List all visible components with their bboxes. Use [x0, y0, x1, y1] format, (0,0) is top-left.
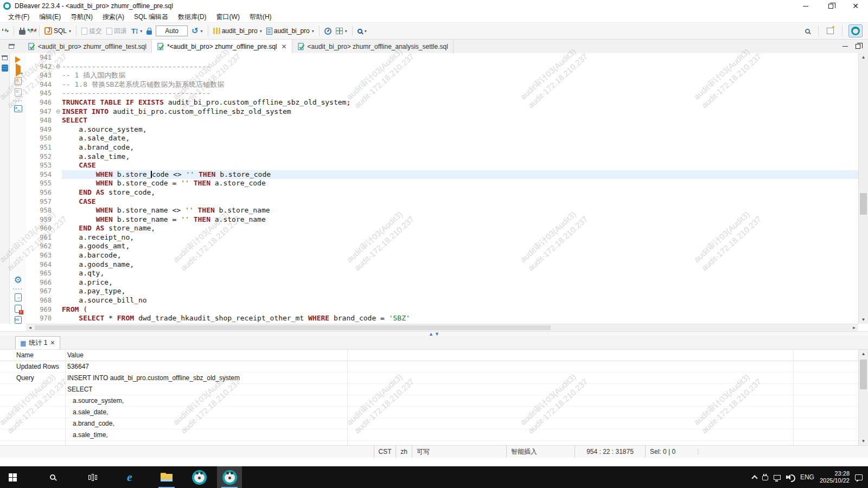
sql-editor-button[interactable]: SQL▾ [42, 25, 73, 36]
execute-new-tab-icon[interactable]: + [16, 66, 21, 74]
scroll-up-icon[interactable]: ▲ [859, 53, 868, 61]
code-text[interactable]: a.source_system, [62, 125, 858, 134]
taskbar-search-button[interactable] [40, 466, 65, 488]
code-text[interactable] [62, 53, 858, 62]
code-text[interactable]: a.receipt_no, [62, 233, 858, 242]
editor-tab[interactable]: *<audit_bi_pro> zhumr_offline_pre.sql✕ [152, 40, 292, 53]
open-view-button[interactable] [825, 26, 836, 36]
code-text[interactable]: a.qty, [62, 269, 858, 278]
internet-explorer-button[interactable]: e [117, 466, 142, 488]
code-line[interactable]: 944-- 1.8 替换SBZ老系统店铺数据为新系统店铺数据 [26, 80, 858, 89]
scrollbar-thumb[interactable] [860, 359, 867, 389]
code-line[interactable]: 948SELECT [26, 116, 858, 125]
tab-close-icon[interactable]: ✕ [282, 43, 287, 50]
menu-item[interactable]: 文件(F) [3, 11, 34, 23]
code-text[interactable]: WHEN b.store_code <> '' THEN b.store_cod… [62, 170, 858, 179]
code-text[interactable]: a.goods_name, [62, 260, 858, 269]
code-line[interactable]: 955 WHEN b.store_code = '' THEN a.store_… [26, 179, 858, 188]
panel-divider[interactable]: ▲ ▼ [0, 331, 868, 336]
file-explorer-button[interactable] [154, 466, 179, 488]
code-text[interactable]: -- 1.8 替换SBZ老系统店铺数据为新系统店铺数据 [62, 80, 858, 89]
menu-item[interactable]: 导航(N) [66, 11, 98, 23]
taskbar-clock[interactable]: 23:28 2025/10/22 [820, 470, 850, 484]
code-text[interactable]: a.brand_code, [62, 143, 858, 152]
status-grip[interactable]: ⋮ [692, 446, 705, 458]
scroll-up-icon[interactable]: ▲ [859, 350, 868, 358]
schema-selector[interactable]: audit_bi_pro▾ [264, 25, 316, 36]
export-data-icon[interactable] [15, 293, 22, 301]
code-line[interactable]: 951 a.brand_code, [26, 143, 858, 152]
close-button[interactable]: ✕ [843, 0, 868, 12]
scroll-down-icon[interactable]: ▼ [859, 316, 868, 324]
code-text[interactable]: a.pay_type, [62, 287, 858, 296]
dbeaver-taskbar-button[interactable] [187, 466, 212, 488]
insert-mode-indicator[interactable]: 智能插入 [506, 446, 575, 458]
stats-row[interactable]: SELECT [0, 384, 868, 395]
network-icon[interactable] [774, 475, 781, 480]
collapse-down-icon[interactable]: ▼ [435, 332, 439, 336]
settings-gear-icon[interactable]: ⚙ [14, 275, 22, 285]
minimize-button[interactable] [793, 0, 818, 12]
transaction-filter-button[interactable]: T⁞▾ [129, 26, 144, 36]
task-view-button[interactable] [80, 466, 105, 488]
code-line[interactable]: 943-- 1 插入国内数据 [26, 71, 858, 80]
code-line[interactable]: 968 a.source_bill_no [26, 296, 858, 305]
column-divider[interactable] [793, 350, 794, 445]
editor-horizontal-scrollbar[interactable]: ◂ ▸ [26, 324, 858, 331]
chevron-down-icon[interactable]: ▾ [69, 29, 71, 34]
scroll-down-icon[interactable]: ▼ [859, 437, 868, 445]
database-navigator-icon[interactable] [2, 65, 8, 72]
code-text[interactable]: a.goods_amt, [62, 242, 858, 251]
code-text[interactable]: a.sale_date, [62, 134, 858, 143]
code-text[interactable]: WHEN b.store_code = '' THEN a.store_code [62, 179, 858, 188]
editor-tab[interactable]: <audit_bi_pro> zhumr_offline_analysis_se… [292, 40, 454, 53]
scroll-right-icon[interactable]: ▸ [850, 324, 858, 331]
code-line[interactable]: 964 a.goods_name, [26, 260, 858, 269]
code-text[interactable]: CASE [62, 161, 858, 170]
code-line[interactable]: 962 a.goods_amt, [26, 242, 858, 251]
code-text[interactable]: FROM ( [62, 305, 858, 314]
reconnect-button[interactable]: ↻ [28, 29, 32, 33]
start-button[interactable] [0, 466, 25, 488]
search-dropdown-button[interactable]: ▾ [355, 27, 369, 35]
column-divider[interactable] [347, 350, 348, 445]
code-text[interactable]: a.barcode, [62, 251, 858, 260]
maximize-editor-icon[interactable] [856, 44, 860, 49]
stats-row[interactable]: a.sale_time, [0, 429, 868, 441]
sql-console-icon[interactable] [14, 105, 22, 112]
stats-row[interactable]: a.sale_date, [0, 407, 868, 418]
stats-row[interactable]: Updated Rows536647 [0, 361, 868, 373]
code-text[interactable]: a.sale_time, [62, 152, 858, 162]
sql-code-editor[interactable]: 941942⊖---------------------------------… [26, 53, 858, 324]
code-line[interactable]: 942⊖----------------------------------- [26, 62, 858, 72]
save-file-error-icon[interactable] [15, 305, 22, 313]
fold-marker-icon[interactable]: ⊖ [54, 62, 62, 72]
code-line[interactable]: 952 a.sale_time, [26, 152, 858, 162]
collapse-up-icon[interactable]: ▲ [429, 332, 433, 336]
restore-panel-icon[interactable] [9, 44, 14, 49]
code-line[interactable]: 969FROM ( [26, 305, 858, 314]
code-text[interactable]: WHEN b.store_name <> '' THEN b.store_nam… [62, 206, 858, 215]
results-vertical-scrollbar[interactable]: ▲ ▼ [858, 350, 868, 445]
code-text[interactable]: END AS store_code, [62, 188, 858, 197]
code-line[interactable]: 960 END AS store_name, [26, 224, 858, 233]
code-line[interactable]: 953 CASE [26, 161, 858, 170]
menu-item[interactable]: 搜索(A) [98, 11, 129, 23]
execute-script-icon[interactable] [15, 77, 22, 85]
code-line[interactable]: 941 [26, 53, 858, 62]
code-line[interactable]: 970 SELECT * FROM dwd_trade_hkaudit_shop… [26, 314, 858, 323]
code-text[interactable]: a.source_bill_no [62, 296, 858, 305]
code-line[interactable]: 961 a.receipt_no, [26, 233, 858, 242]
autocommit-mode-box[interactable]: Auto [156, 25, 188, 36]
code-text[interactable]: SELECT [62, 116, 858, 125]
code-text[interactable]: INSERT INTO audit_bi_pro.custom_offline_… [62, 107, 858, 117]
close-icon[interactable]: ✕ [50, 339, 55, 346]
cursor-position-indicator[interactable]: 954 : 22 : 31875 [575, 446, 645, 458]
code-line[interactable]: 965 a.qty, [26, 269, 858, 278]
code-line[interactable]: 958 WHEN b.store_name <> '' THEN b.store… [26, 206, 858, 215]
statistics-tab[interactable]: ▦ 统计 1 ✕ [15, 336, 60, 349]
execute-statement-icon[interactable] [15, 56, 21, 63]
database-selector[interactable]: audit_bi_pro▾ [211, 25, 264, 36]
scroll-left-icon[interactable]: ◂ [26, 324, 34, 331]
code-text[interactable]: TRUNCATE TABLE IF EXISTS audit_bi_pro.cu… [62, 98, 858, 107]
